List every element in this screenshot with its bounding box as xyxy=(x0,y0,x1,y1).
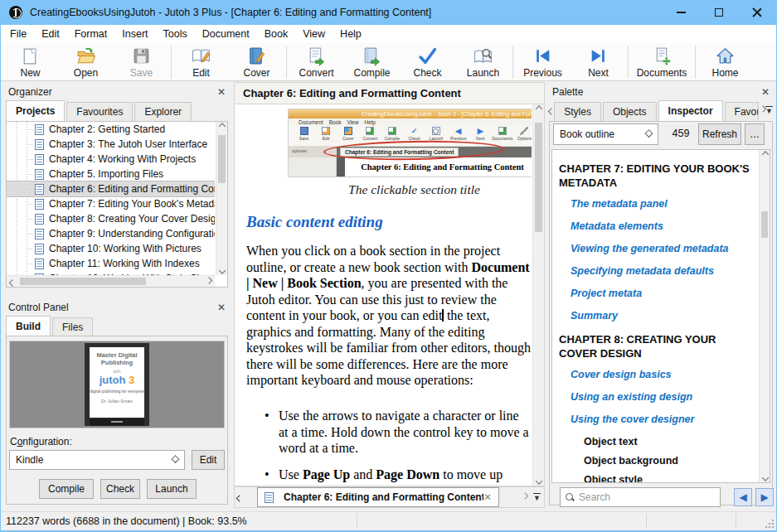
edit-button[interactable]: Edit xyxy=(173,45,229,80)
menu-item-document[interactable]: Document xyxy=(195,26,257,42)
search-box[interactable] xyxy=(560,487,721,507)
editor-vertical-scrollbar[interactable] xyxy=(532,104,544,486)
compile-panel-button[interactable]: Compile xyxy=(39,479,94,499)
open-button[interactable]: Open xyxy=(58,45,114,80)
tree-item[interactable]: Chapter 11: Working With Indexes xyxy=(7,256,215,271)
tree-item[interactable]: Chapter 9: Understanding Configurations xyxy=(7,226,215,241)
maximize-button[interactable] xyxy=(700,0,738,25)
search-input[interactable] xyxy=(579,491,715,503)
scroll-up-icon[interactable] xyxy=(533,104,545,116)
outline-link[interactable]: Using an existing design xyxy=(552,391,758,403)
tree-item[interactable]: Chapter 8: Creating Your Cover Design xyxy=(7,211,215,226)
tab-projects[interactable]: Projects xyxy=(6,100,65,121)
outline-link[interactable]: Viewing the generated metadata xyxy=(552,243,758,254)
outline-subitem[interactable]: Object text xyxy=(552,436,758,447)
compile-button[interactable]: Compile xyxy=(344,45,400,80)
inspector-mode-select[interactable]: Book outline xyxy=(553,123,658,145)
project-outline-tree[interactable]: Chapter 2: Getting Started Chapter 3: Th… xyxy=(6,121,228,288)
organizer-close-button[interactable]: ✕ xyxy=(217,87,226,97)
tree-item[interactable]: Chapter 3: The Jutoh User Interface xyxy=(7,137,215,152)
menu-item-format[interactable]: Format xyxy=(67,26,115,42)
scroll-right-icon[interactable] xyxy=(203,276,215,288)
outline-chapter[interactable]: CHAPTER 7: EDITING YOUR BOOK'S METADATA xyxy=(552,162,758,190)
scroll-down-icon[interactable] xyxy=(216,264,228,275)
scrollbar-thumb[interactable] xyxy=(535,123,542,232)
new-button[interactable]: New xyxy=(2,45,58,80)
tree-item-selected[interactable]: Chapter 6: Editing and Formatting Conten… xyxy=(7,181,215,196)
scrollbar-thumb[interactable] xyxy=(20,278,146,285)
menu-item-edit[interactable]: Edit xyxy=(34,26,67,42)
embedded-screenshot-image[interactable]: CreatingEbooksUsingJutoh - Jutoh 3 - [Ch… xyxy=(288,109,532,177)
tab-explorer[interactable]: Explorer xyxy=(134,102,192,121)
tab-build[interactable]: Build xyxy=(6,316,51,336)
scroll-down-icon[interactable] xyxy=(760,471,770,482)
palette-tab-list-icon[interactable]: ▼ xyxy=(765,106,773,115)
outline-link[interactable]: Specifying metadata defaults xyxy=(552,265,758,277)
tab-favourites[interactable]: Favourites xyxy=(66,102,133,121)
tab-scroll-right-icon[interactable] xyxy=(520,495,530,500)
minimize-button[interactable] xyxy=(662,0,700,25)
check-button[interactable]: Check xyxy=(400,45,455,80)
outline-link[interactable]: Cover design basics xyxy=(552,369,758,380)
tab-scroll-left-icon[interactable] xyxy=(235,495,245,500)
tree-item[interactable]: Chapter 5. Importing Files xyxy=(7,167,215,181)
menu-item-view[interactable]: View xyxy=(295,26,333,42)
tab-list-icon[interactable]: ▼ xyxy=(533,493,541,502)
tree-item[interactable]: Chapter 2: Getting Started xyxy=(7,122,215,137)
configuration-edit-button[interactable]: Edit xyxy=(192,450,225,470)
outline-link[interactable]: Summary xyxy=(552,310,758,322)
previous-button[interactable]: Previous xyxy=(515,45,571,80)
search-next-button[interactable]: ▶ xyxy=(755,488,774,506)
tree-vertical-scrollbar[interactable] xyxy=(216,122,227,275)
home-button[interactable]: Home xyxy=(697,45,753,80)
outline-link[interactable]: Metadata elements xyxy=(552,220,758,232)
tab-files[interactable]: Files xyxy=(52,317,93,336)
control-panel-close-button[interactable]: ✕ xyxy=(217,302,226,312)
documents-button[interactable]: Documents xyxy=(630,45,693,80)
scroll-up-icon[interactable] xyxy=(216,122,228,133)
palette-vertical-scrollbar[interactable] xyxy=(759,150,770,482)
save-button[interactable]: Save xyxy=(114,45,169,80)
scrollbar-thumb[interactable] xyxy=(761,211,768,238)
search-previous-button[interactable]: ◀ xyxy=(734,488,752,506)
resize-grip[interactable] xyxy=(765,519,775,529)
launch-panel-button[interactable]: Launch xyxy=(147,479,197,499)
tree-item[interactable]: Chapter 4: Working With Projects xyxy=(7,152,215,167)
outline-link[interactable]: Project metata xyxy=(552,288,758,299)
configuration-select[interactable]: Kindle xyxy=(9,450,185,470)
scrollbar-thumb[interactable] xyxy=(218,135,226,183)
cover-button[interactable]: Cover xyxy=(229,45,284,80)
tab-objects[interactable]: Objects xyxy=(603,102,657,121)
tree-item[interactable]: Chapter 10: Working With Pictures xyxy=(7,241,215,256)
scroll-left-icon[interactable] xyxy=(7,276,18,288)
tree-horizontal-scrollbar[interactable] xyxy=(7,275,215,287)
menu-item-file[interactable]: File xyxy=(2,26,34,42)
tree-item[interactable]: Chapter 7: Editing Your Book's Metadata xyxy=(7,196,215,211)
refresh-button[interactable]: Refresh xyxy=(698,123,741,145)
outline-subitem[interactable]: Object style xyxy=(552,474,758,482)
menu-item-tools[interactable]: Tools xyxy=(156,26,195,42)
tab-close-button[interactable]: ✕ xyxy=(483,491,492,503)
document-editor[interactable]: CreatingEbooksUsingJutoh - Jutoh 3 - [Ch… xyxy=(234,104,545,486)
book-outline-list[interactable]: CHAPTER 7: EDITING YOUR BOOK'S METADATA … xyxy=(551,149,770,483)
scroll-up-icon[interactable] xyxy=(760,150,770,162)
outline-link[interactable]: The metadata panel xyxy=(552,198,758,210)
menu-item-help[interactable]: Help xyxy=(333,26,369,42)
tab-favourites-clipped[interactable]: Favou xyxy=(725,102,759,121)
menu-item-insert[interactable]: Insert xyxy=(114,26,155,42)
check-panel-button[interactable]: Check xyxy=(100,479,140,499)
outline-subitem[interactable]: Object background xyxy=(552,455,758,467)
close-button[interactable] xyxy=(738,0,776,25)
convert-button[interactable]: Convert xyxy=(289,45,344,80)
outline-link[interactable]: Using the cover designer xyxy=(552,414,758,425)
menu-item-book[interactable]: Book xyxy=(257,26,296,42)
more-options-button[interactable]: … xyxy=(745,123,765,145)
book-cover-thumbnail[interactable]: Master Digital Publishing with jutoh 3 d… xyxy=(85,343,149,426)
tab-styles[interactable]: Styles xyxy=(554,102,601,121)
title-bar[interactable]: CreatingEbooksUsingJutoh - Jutoh 3 Plus … xyxy=(1,0,776,25)
document-tab-active[interactable]: Chapter 6: Editing and Formatting Conten… xyxy=(257,487,499,507)
tab-inspector[interactable]: Inspector xyxy=(658,100,723,121)
outline-chapter[interactable]: CHAPTER 8: CREATING YOUR COVER DESIGN xyxy=(552,332,758,360)
scroll-down-icon[interactable] xyxy=(533,474,545,486)
palette-close-button[interactable]: ✕ xyxy=(761,87,770,97)
